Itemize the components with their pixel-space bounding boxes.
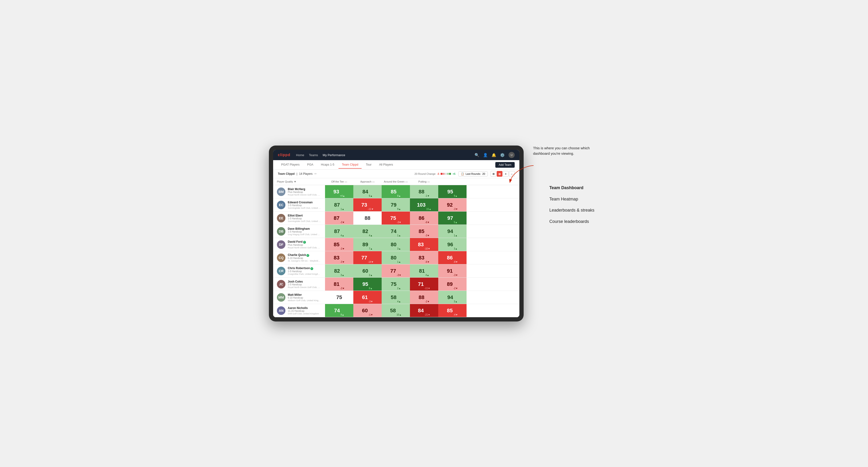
player-name: Blair McHarg <box>288 187 321 191</box>
score-cell-putting: 89 -2▼ <box>438 278 467 290</box>
table-row[interactable]: AN Aaron Nicholls 11-15 Handicap Drift G… <box>273 304 519 317</box>
score-value-approach: 74 <box>391 228 397 235</box>
score-change-green: 4▲ <box>426 274 429 277</box>
score-value-putting: 91 <box>447 268 453 274</box>
score-value-green: 83 <box>418 242 424 248</box>
settings-icon[interactable]: ⚙️ <box>500 153 505 157</box>
last-rounds-value: 20 <box>483 173 485 175</box>
score-value-tee: 73 <box>361 202 367 208</box>
score-cell-green: 103 15▲ <box>410 198 438 211</box>
table-row[interactable]: CQ Charlie Quick✓ 6-10 Handicap St. Geor… <box>273 251 519 264</box>
player-cell: BM Blair McHarg Plus Handicap Royal Nort… <box>273 186 325 198</box>
player-avatar: MM <box>277 293 285 302</box>
score-change-approach: 9▲ <box>397 208 401 211</box>
nav-link-performance[interactable]: My Performance <box>323 152 345 158</box>
player-avatar: AN <box>277 306 285 315</box>
score-cell-putting: 86 -8▼ <box>438 251 467 264</box>
player-cell: MM Matt Miller 6-10 Handicap Woburn Golf… <box>273 291 325 304</box>
score-value-putting: 89 <box>447 281 453 287</box>
score-change-putting: -2▼ <box>453 287 458 290</box>
annotation-list: Team Dashboard Team Heatmap Leaderboards… <box>549 183 594 226</box>
score-change-tee: 4▲ <box>369 234 372 238</box>
change-positive: +5 <box>453 173 456 175</box>
score-value-quality: 85 <box>334 242 339 248</box>
last-rounds-icon: 📋 <box>461 173 464 176</box>
player-avatar: DB <box>277 227 285 236</box>
verified-icon: ✓ <box>306 254 309 257</box>
score-cell-putting: 94 3▲ <box>438 291 467 304</box>
table-row[interactable]: JC Josh Coles 1-5 Handicap Royal North D… <box>273 278 519 291</box>
player-cell: AN Aaron Nicholls 11-15 Handicap Drift G… <box>273 305 325 317</box>
score-change-quality: +4▲ <box>340 195 345 198</box>
table-row[interactable]: MM Matt Miller 6-10 Handicap Woburn Golf… <box>273 291 519 304</box>
score-value-tee: 60 <box>362 308 368 314</box>
col-approach: Approach — <box>353 179 382 184</box>
search-icon[interactable]: 🔍 <box>474 153 479 157</box>
sub-header: Team Clippd | 14 Players ✏ 20 Round Chan… <box>273 169 519 178</box>
player-handicap: 1-5 Handicap <box>288 283 321 286</box>
view-grid-button[interactable]: ⊞ <box>491 171 496 177</box>
table-row[interactable]: EE Elliot Ebert 1-5 Handicap Sunningdale… <box>273 212 519 225</box>
player-name: Josh Coles <box>288 280 321 283</box>
player-cell: EC Edward Crossman 1-5 Handicap Sunningd… <box>273 199 325 211</box>
nav-link-teams[interactable]: Teams <box>309 152 318 158</box>
table-row[interactable]: CR Chris Robertson✓ 1-5 Handicap Craigmi… <box>273 264 519 278</box>
score-change-putting: 5▲ <box>454 221 457 224</box>
table-row[interactable]: DF David Ford✓ Plus Handicap Royal North… <box>273 238 519 251</box>
tablet-screen: clippd Home Teams My Performance 🔍 👤 🔔 ⚙… <box>273 150 519 317</box>
sub-header-right: 20 Round Change -5 +5 📋 Last <box>414 171 515 177</box>
player-name: Aaron Nicholls <box>288 306 319 310</box>
edit-icon[interactable]: ✏ <box>314 172 317 176</box>
score-change-green: -10▼ <box>425 247 430 251</box>
bar-seg-light-red <box>443 173 445 175</box>
score-value-green: 71 <box>418 281 424 287</box>
annotation-item-1: Team Dashboard <box>549 183 594 193</box>
table-row[interactable]: BM Blair McHarg Plus Handicap Royal Nort… <box>273 185 519 198</box>
score-cell-tee: 82 4▲ <box>353 225 382 238</box>
score-value-approach: 58 <box>390 308 396 314</box>
score-value-putting: 92 <box>447 202 453 208</box>
score-cell-approach: 58 10▲ <box>382 304 410 317</box>
score-change-putting: -4▼ <box>453 313 458 317</box>
tab-bar: PGAT Players PGA Hcaps 1-5 Team Clippd T… <box>273 160 519 169</box>
score-value-approach: 77 <box>390 268 396 274</box>
score-cell-quality: 83 -3▼ <box>325 251 353 264</box>
tab-hcaps[interactable]: Hcaps 1-5 <box>317 161 338 168</box>
score-value-approach: 75 <box>391 281 397 287</box>
bell-icon[interactable]: 🔔 <box>492 153 496 157</box>
tab-tour[interactable]: Tour <box>363 161 375 168</box>
table-row[interactable]: EC Edward Crossman 1-5 Handicap Sunningd… <box>273 198 519 212</box>
player-handicap: 1-5 Handicap <box>288 204 321 207</box>
player-count: 14 Players <box>299 172 312 176</box>
user-avatar[interactable]: U <box>508 152 515 158</box>
score-cell-green: 81 4▲ <box>410 264 438 277</box>
score-cell-tee: 95 8▲ <box>353 278 382 290</box>
score-change-approach: -3▼ <box>397 274 401 277</box>
score-value-green: 86 <box>418 215 424 221</box>
player-info: Charlie Quick✓ 6-10 Handicap St. George'… <box>288 253 321 262</box>
score-value-approach: 80 <box>391 255 397 261</box>
score-cell-putting: 95 9▲ <box>438 185 467 198</box>
score-change-quality: -3▼ <box>340 221 345 224</box>
data-table: Player Quality ▼ Off the Tee — Approach … <box>273 178 519 317</box>
score-change-putting: 3▲ <box>454 247 457 251</box>
score-value-tee: 88 <box>365 215 370 221</box>
tab-all-players[interactable]: All Players <box>376 161 396 168</box>
score-cell-quality: 93 +4▲ <box>325 185 353 198</box>
tab-team-clippd[interactable]: Team Clippd <box>338 161 361 168</box>
last-rounds-button[interactable]: 📋 Last Rounds: 20 <box>458 172 488 177</box>
view-heatmap-button[interactable]: ▦ <box>497 171 502 177</box>
player-name: Chris Robertson✓ <box>288 267 321 270</box>
score-change-quality: 3▲ <box>341 274 344 277</box>
person-icon[interactable]: 👤 <box>483 153 488 157</box>
tab-pga[interactable]: PGA <box>304 161 316 168</box>
player-club: Royal North Devon Golf Club, United King… <box>288 193 321 196</box>
score-change-approach: 1▲ <box>397 261 401 264</box>
nav-logo: clippd <box>278 153 290 157</box>
score-change-quality: 1▲ <box>341 208 344 211</box>
tab-pgat[interactable]: PGAT Players <box>278 161 303 168</box>
nav-link-home[interactable]: Home <box>296 152 304 158</box>
score-value-approach: 75 <box>390 215 396 221</box>
table-row[interactable]: DB Dave Billingham 1-5 Handicap Gog Mago… <box>273 225 519 238</box>
player-club: Royal North Devon Golf Club, United King… <box>288 286 321 288</box>
